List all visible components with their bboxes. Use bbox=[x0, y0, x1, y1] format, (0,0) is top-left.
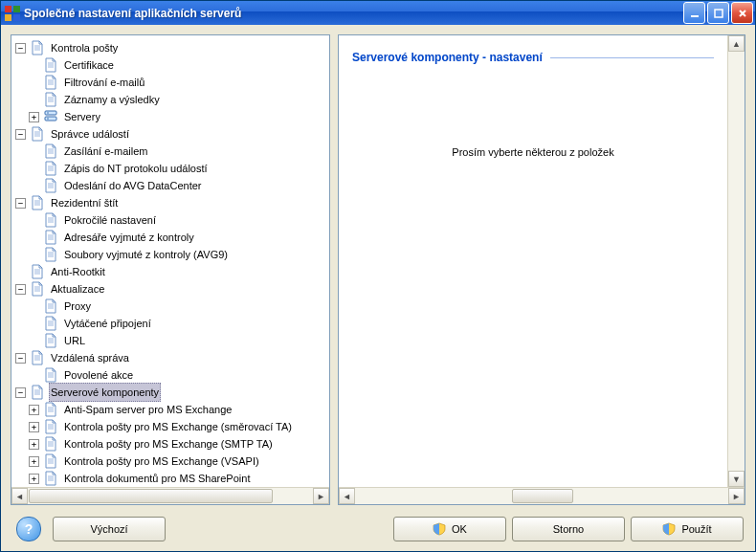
tree-node[interactable]: +Kontrola pošty pro MS Exchange (VSAPI) bbox=[27, 453, 329, 470]
expander-spacer bbox=[29, 77, 39, 88]
tree-node[interactable]: Odeslání do AVG DataCenter bbox=[27, 177, 329, 194]
expand-icon[interactable]: + bbox=[29, 405, 39, 415]
scroll-left-button[interactable]: ◄ bbox=[339, 488, 355, 504]
collapse-icon[interactable]: − bbox=[15, 198, 26, 209]
tree-node-label[interactable]: Kontrola pošty pro MS Exchange (SMTP TA) bbox=[62, 435, 275, 453]
scroll-left-button[interactable]: ◄ bbox=[11, 488, 28, 504]
document-icon bbox=[43, 57, 58, 73]
tree-node-label[interactable]: Serverové komponenty bbox=[49, 383, 161, 402]
tree-node[interactable]: +Kontrola pošty pro MS Exchange (směrova… bbox=[27, 418, 329, 435]
tree-node[interactable]: Zasílání e-mailem bbox=[27, 143, 329, 160]
tree-node-label[interactable]: Povolené akce bbox=[62, 366, 135, 384]
tree-node[interactable]: Adresáře vyjmuté z kontroly bbox=[27, 229, 329, 246]
tree-node-label[interactable]: Kontrola pošty bbox=[49, 39, 120, 56]
tree-node-label[interactable]: Certifikace bbox=[62, 56, 116, 74]
scroll-right-button[interactable]: ► bbox=[313, 488, 329, 504]
tree-node-label[interactable]: Rezidentní štít bbox=[49, 194, 120, 211]
tree-node[interactable]: Proxy bbox=[27, 298, 329, 315]
expander-spacer bbox=[29, 232, 39, 243]
tree-node[interactable]: +Anti-Spam server pro MS Exchange bbox=[27, 401, 329, 418]
document-icon bbox=[43, 230, 58, 245]
default-button[interactable]: Výchozí bbox=[53, 517, 166, 541]
svg-point-21 bbox=[47, 118, 49, 120]
expander-spacer bbox=[29, 181, 39, 191]
tree-node[interactable]: +Kontrola dokumentů pro MS SharePoint bbox=[27, 470, 329, 487]
tree[interactable]: −Kontrola poštyCertifikaceFiltrování e-m… bbox=[11, 35, 329, 487]
tree-node[interactable]: +Servery bbox=[27, 108, 329, 125]
tree-node[interactable]: −Vzdálená správa bbox=[13, 349, 329, 366]
minimize-button[interactable] bbox=[683, 2, 705, 24]
collapse-icon[interactable]: − bbox=[15, 387, 26, 398]
scroll-track-v[interactable] bbox=[728, 52, 745, 471]
cancel-button[interactable]: Storno bbox=[512, 517, 625, 541]
svg-rect-0 bbox=[5, 6, 11, 12]
tree-node-label[interactable]: Záznamy a výsledky bbox=[62, 91, 162, 108]
tree-node[interactable]: Vytáčené připojení bbox=[27, 315, 329, 332]
tree-node[interactable]: Soubory vyjmuté z kontroly (AVG9) bbox=[27, 246, 329, 263]
tree-node-label[interactable]: Zasílání e-mailem bbox=[62, 143, 149, 160]
tree-node[interactable]: URL bbox=[27, 332, 329, 349]
tree-node[interactable]: −Kontrola pošty bbox=[13, 39, 329, 56]
collapse-icon[interactable]: − bbox=[15, 284, 26, 295]
tree-node[interactable]: −Rezidentní štít bbox=[13, 194, 329, 211]
tree-node-label[interactable]: Adresáře vyjmuté z kontroly bbox=[62, 229, 196, 246]
tree-node[interactable]: Zápis do NT protokolu událostí bbox=[27, 160, 329, 177]
tree-node-label[interactable]: Odeslání do AVG DataCenter bbox=[62, 177, 204, 194]
scroll-right-button[interactable]: ► bbox=[728, 488, 745, 504]
svg-point-20 bbox=[47, 112, 49, 114]
ok-button[interactable]: OK bbox=[393, 517, 506, 541]
maximize-button[interactable] bbox=[707, 2, 729, 24]
tree-node[interactable]: Anti-Rootkit bbox=[13, 263, 329, 280]
tree-node-label[interactable]: Filtrování e-mailů bbox=[62, 74, 146, 91]
scroll-thumb[interactable] bbox=[29, 489, 273, 503]
collapse-icon[interactable]: − bbox=[15, 353, 26, 364]
tree-node[interactable]: Záznamy a výsledky bbox=[27, 91, 329, 108]
tree-node-label[interactable]: Servery bbox=[62, 108, 102, 125]
bottom-bar: ? Výchozí OK Storno Použít bbox=[11, 513, 745, 545]
scroll-track[interactable] bbox=[355, 488, 728, 504]
tree-node[interactable]: −Serverové komponenty bbox=[13, 384, 329, 401]
tree-node-label[interactable]: Aktualizace bbox=[49, 280, 106, 298]
scroll-down-button[interactable]: ▼ bbox=[728, 471, 745, 487]
tree-node-label[interactable]: Kontrola pošty pro MS Exchange (směrovac… bbox=[62, 418, 294, 435]
tree-node[interactable]: Certifikace bbox=[27, 56, 329, 74]
tree-node-label[interactable]: Anti-Rootkit bbox=[49, 263, 107, 280]
tree-node-label[interactable]: Kontrola pošty pro MS Exchange (VSAPI) bbox=[62, 453, 261, 470]
content-scrollbar-v[interactable]: ▲ ▼ bbox=[727, 35, 745, 487]
tree-node-label[interactable]: Správce událostí bbox=[49, 125, 131, 143]
tree-node-label[interactable]: Anti-Spam server pro MS Exchange bbox=[62, 401, 233, 418]
content-heading-row: Serverové komponenty - nastavení bbox=[339, 35, 727, 70]
expand-icon[interactable]: + bbox=[29, 112, 39, 122]
content-scrollbar-h[interactable]: ◄ ► bbox=[339, 487, 745, 504]
tree-node-label[interactable]: Pokročilé nastavení bbox=[62, 211, 158, 229]
expand-icon[interactable]: + bbox=[29, 422, 39, 432]
tree-node-label[interactable]: Vzdálená správa bbox=[49, 349, 131, 366]
tree-node-label[interactable]: Vytáčené připojení bbox=[62, 315, 153, 332]
expand-icon[interactable]: + bbox=[29, 456, 39, 467]
document-icon bbox=[43, 316, 58, 331]
scroll-track[interactable] bbox=[28, 488, 313, 504]
tree-node-label[interactable]: Zápis do NT protokolu událostí bbox=[62, 160, 210, 177]
shield-icon bbox=[433, 522, 446, 536]
help-button[interactable]: ? bbox=[16, 517, 41, 541]
tree-scrollbar-h[interactable]: ◄ ► bbox=[11, 487, 329, 504]
collapse-icon[interactable]: − bbox=[15, 43, 26, 54]
tree-node[interactable]: Povolené akce bbox=[27, 366, 329, 384]
scroll-thumb[interactable] bbox=[512, 489, 573, 503]
tree-node[interactable]: −Správce událostí bbox=[13, 125, 329, 143]
collapse-icon[interactable]: − bbox=[15, 129, 26, 140]
close-button[interactable] bbox=[731, 2, 753, 24]
scroll-up-button[interactable]: ▲ bbox=[728, 35, 745, 52]
tree-node[interactable]: Pokročilé nastavení bbox=[27, 211, 329, 229]
tree-node[interactable]: Filtrování e-mailů bbox=[27, 74, 329, 91]
apply-button[interactable]: Použít bbox=[631, 517, 744, 541]
expand-icon[interactable]: + bbox=[29, 474, 39, 484]
tree-node-label[interactable]: URL bbox=[62, 332, 87, 349]
tree-node-label[interactable]: Soubory vyjmuté z kontroly (AVG9) bbox=[62, 246, 230, 263]
expand-icon[interactable]: + bbox=[29, 439, 39, 450]
tree-node-label[interactable]: Kontrola dokumentů pro MS SharePoint bbox=[62, 470, 252, 487]
titlebar[interactable]: Společné nastavení aplikačních serverů bbox=[1, 1, 755, 25]
tree-node-label[interactable]: Proxy bbox=[62, 298, 93, 315]
tree-node[interactable]: −Aktualizace bbox=[13, 280, 329, 298]
tree-node[interactable]: +Kontrola pošty pro MS Exchange (SMTP TA… bbox=[27, 435, 329, 453]
